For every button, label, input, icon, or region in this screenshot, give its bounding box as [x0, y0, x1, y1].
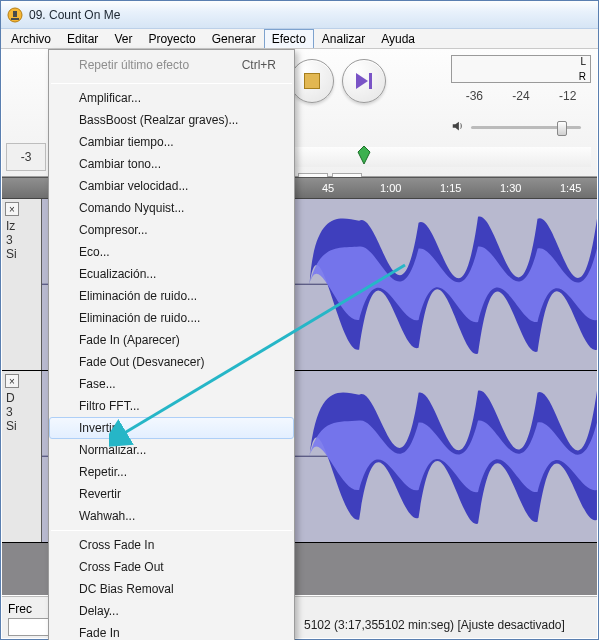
- menuitem-wahwah[interactable]: Wahwah...: [49, 505, 294, 527]
- timeline-tick: 1:15: [440, 178, 461, 198]
- timeline-tick: 45: [322, 178, 334, 198]
- menuitem-compresor[interactable]: Compresor...: [49, 219, 294, 241]
- menuitem-repeat-last-effect: Repetir último efecto Ctrl+R: [49, 54, 294, 76]
- track-header-lines: D 3 Si: [6, 391, 17, 433]
- menuitem-label: BassBoost (Realzar graves)...: [79, 113, 238, 127]
- track-header-line: Si: [6, 247, 17, 261]
- menuitem-eliminaci-n-de-ruido[interactable]: Eliminación de ruido...: [49, 285, 294, 307]
- menu-proyecto[interactable]: Proyecto: [140, 29, 203, 48]
- meter-L-label: L: [580, 56, 586, 67]
- app-window: 09. Count On Me Archivo Editar Ver Proye…: [0, 0, 599, 640]
- menuitem-revertir[interactable]: Revertir: [49, 483, 294, 505]
- menuitem-label: Delay...: [79, 604, 119, 618]
- menuitem-label: Wahwah...: [79, 509, 135, 523]
- menuitem-dc-bias-removal[interactable]: DC Bias Removal: [49, 578, 294, 600]
- menuitem-bassboost-realzar-graves[interactable]: BassBoost (Realzar graves)...: [49, 109, 294, 131]
- menuitem-label: Invertir: [79, 421, 116, 435]
- output-volume-slider[interactable]: [471, 126, 581, 129]
- meter-tick: -24: [512, 89, 529, 103]
- menuitem-cambiar-tiempo[interactable]: Cambiar tiempo...: [49, 131, 294, 153]
- menuitem-delay[interactable]: Delay...: [49, 600, 294, 622]
- menuitem-label: Ecualización...: [79, 267, 156, 281]
- skip-end-button[interactable]: [342, 59, 386, 103]
- menuitem-cambiar-velocidad[interactable]: Cambiar velocidad...: [49, 175, 294, 197]
- menuitem-label: Fase...: [79, 377, 116, 391]
- stop-button[interactable]: [290, 59, 334, 103]
- menuitem-accel: Ctrl+R: [242, 54, 276, 76]
- menuitem-normalizar[interactable]: Normalizar...: [49, 439, 294, 461]
- selection-info: 5102 (3:17,355102 min:seg) [Ajuste desac…: [304, 618, 565, 634]
- level-meter: L R: [451, 55, 591, 83]
- menuitem-label: Eco...: [79, 245, 110, 259]
- menu-ayuda[interactable]: Ayuda: [373, 29, 423, 48]
- titlebar: 09. Count On Me: [1, 1, 598, 29]
- timeline-tick: 1:45: [560, 178, 581, 198]
- track-header-line: D: [6, 391, 17, 405]
- project-rate-label: Frec: [8, 602, 32, 616]
- meter-R-label: R: [579, 71, 586, 82]
- menuitem-amplificar[interactable]: Amplificar...: [49, 87, 294, 109]
- menuitem-label: Filtro FFT...: [79, 399, 140, 413]
- transport-controls: [290, 59, 386, 103]
- db-indicator: -3: [6, 143, 46, 171]
- menuitem-repetir[interactable]: Repetir...: [49, 461, 294, 483]
- menu-editar[interactable]: Editar: [59, 29, 106, 48]
- menuitem-fade-out-desvanecer[interactable]: Fade Out (Desvanecer): [49, 351, 294, 373]
- meter-tick: -12: [559, 89, 576, 103]
- track-header[interactable]: × Iz 3 Si: [2, 199, 42, 370]
- menuitem-cambiar-tono[interactable]: Cambiar tono...: [49, 153, 294, 175]
- track-close-button[interactable]: ×: [5, 374, 19, 388]
- timeline-tick: 1:00: [380, 178, 401, 198]
- menuitem-fade-in[interactable]: Fade In: [49, 622, 294, 640]
- menuitem-label: Repetir...: [79, 465, 127, 479]
- menuitem-label: Eliminación de ruido...: [79, 289, 197, 303]
- menuitem-fase[interactable]: Fase...: [49, 373, 294, 395]
- menu-separator: [51, 83, 292, 84]
- menuitem-label: Cross Fade In: [79, 538, 154, 552]
- track-header-line: Si: [6, 419, 17, 433]
- menuitem-label: Eliminación de ruido....: [79, 311, 200, 325]
- menuitem-label: Cambiar velocidad...: [79, 179, 188, 193]
- menuitem-label: Amplificar...: [79, 91, 141, 105]
- menuitem-ecualizaci-n[interactable]: Ecualización...: [49, 263, 294, 285]
- menuitem-comando-nyquist[interactable]: Comando Nyquist...: [49, 197, 294, 219]
- menuitem-fade-in-aparecer[interactable]: Fade In (Aparecer): [49, 329, 294, 351]
- menuitem-label: Cross Fade Out: [79, 560, 164, 574]
- app-icon: [7, 7, 23, 23]
- track-header-line: Iz: [6, 219, 17, 233]
- menu-generar[interactable]: Generar: [204, 29, 264, 48]
- db-indicator-value: -3: [21, 150, 32, 164]
- menubar: Archivo Editar Ver Proyecto Generar Efec…: [1, 29, 598, 49]
- track-header-lines: Iz 3 Si: [6, 219, 17, 261]
- menuitem-label: Repetir último efecto: [79, 58, 189, 72]
- menu-ver[interactable]: Ver: [106, 29, 140, 48]
- menu-archivo[interactable]: Archivo: [3, 29, 59, 48]
- speaker-icon: [451, 119, 465, 136]
- menuitem-label: Fade Out (Desvanecer): [79, 355, 204, 369]
- playhead-pin-icon[interactable]: [356, 145, 372, 165]
- menuitem-invertir[interactable]: Invertir: [49, 417, 294, 439]
- timeline-tick: 1:30: [500, 178, 521, 198]
- effect-dropdown: Repetir último efecto Ctrl+R Amplificar.…: [48, 49, 295, 640]
- svg-rect-1: [11, 18, 19, 20]
- menu-efecto[interactable]: Efecto: [264, 29, 314, 48]
- track-header-line: 3: [6, 233, 17, 247]
- meter-tick: -36: [466, 89, 483, 103]
- menuitem-cross-fade-in[interactable]: Cross Fade In: [49, 534, 294, 556]
- menuitem-label: Comando Nyquist...: [79, 201, 184, 215]
- menu-analizar[interactable]: Analizar: [314, 29, 373, 48]
- menuitem-cross-fade-out[interactable]: Cross Fade Out: [49, 556, 294, 578]
- track-header[interactable]: × D 3 Si: [2, 371, 42, 542]
- menuitem-eco[interactable]: Eco...: [49, 241, 294, 263]
- menuitem-filtro-fft[interactable]: Filtro FFT...: [49, 395, 294, 417]
- menuitem-label: Fade In (Aparecer): [79, 333, 180, 347]
- menuitem-label: DC Bias Removal: [79, 582, 174, 596]
- volume-row: [451, 107, 591, 147]
- menuitem-label: Normalizar...: [79, 443, 146, 457]
- menuitem-label: Revertir: [79, 487, 121, 501]
- track-close-button[interactable]: ×: [5, 202, 19, 216]
- menu-separator: [51, 530, 292, 531]
- menuitem-label: Fade In: [79, 626, 120, 640]
- menuitem-eliminaci-n-de-ruido[interactable]: Eliminación de ruido....: [49, 307, 294, 329]
- menuitem-label: Compresor...: [79, 223, 148, 237]
